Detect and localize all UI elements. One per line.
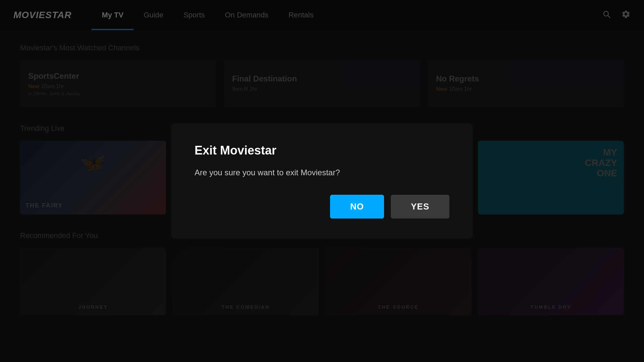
modal-message: Are you sure you want to exit Moviestar?	[195, 167, 449, 178]
modal-buttons: NO YES	[195, 195, 449, 219]
modal-title: Exit Moviestar	[195, 143, 449, 158]
modal-overlay: Exit Moviestar Are you sure you want to …	[0, 0, 644, 362]
yes-button[interactable]: YES	[391, 195, 449, 219]
exit-modal: Exit Moviestar Are you sure you want to …	[171, 123, 473, 239]
no-button[interactable]: NO	[330, 195, 384, 219]
